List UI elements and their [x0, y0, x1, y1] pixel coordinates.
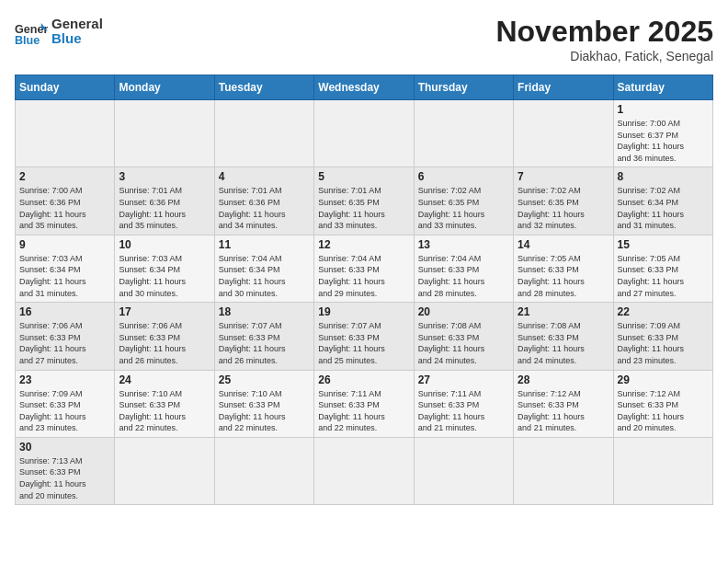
- day-number: 15: [618, 238, 709, 251]
- calendar-cell: 1Sunrise: 7:00 AM Sunset: 6:37 PM Daylig…: [613, 100, 712, 167]
- day-info: Sunrise: 7:08 AM Sunset: 6:33 PM Dayligh…: [418, 320, 509, 366]
- day-header-thursday: Thursday: [414, 75, 513, 100]
- day-info: Sunrise: 7:04 AM Sunset: 6:33 PM Dayligh…: [418, 253, 509, 299]
- day-info: Sunrise: 7:12 AM Sunset: 6:33 PM Dayligh…: [518, 388, 609, 434]
- day-info: Sunrise: 7:13 AM Sunset: 6:33 PM Dayligh…: [19, 455, 110, 501]
- day-header-friday: Friday: [514, 75, 613, 100]
- day-number: 29: [618, 373, 709, 386]
- day-number: 2: [19, 170, 110, 183]
- calendar-header: SundayMondayTuesdayWednesdayThursdayFrid…: [16, 75, 713, 100]
- calendar-week-3: 9Sunrise: 7:03 AM Sunset: 6:34 PM Daylig…: [16, 235, 713, 302]
- calendar-cell: 22Sunrise: 7:09 AM Sunset: 6:33 PM Dayli…: [613, 303, 712, 370]
- day-number: 22: [618, 305, 709, 318]
- day-header-tuesday: Tuesday: [214, 75, 313, 100]
- month-title: November 2025: [495, 15, 713, 49]
- day-number: 7: [518, 170, 609, 183]
- calendar-cell: [514, 437, 613, 504]
- day-info: Sunrise: 7:07 AM Sunset: 6:33 PM Dayligh…: [318, 320, 409, 366]
- day-number: 14: [518, 238, 609, 251]
- day-info: Sunrise: 7:00 AM Sunset: 6:37 PM Dayligh…: [618, 118, 709, 164]
- calendar-week-1: 1Sunrise: 7:00 AM Sunset: 6:37 PM Daylig…: [16, 100, 713, 167]
- day-number: 25: [219, 373, 310, 386]
- day-number: 16: [19, 305, 110, 318]
- calendar-cell: 19Sunrise: 7:07 AM Sunset: 6:33 PM Dayli…: [314, 303, 414, 370]
- calendar-cell: 11Sunrise: 7:04 AM Sunset: 6:34 PM Dayli…: [214, 235, 313, 302]
- page-header: General Blue General Blue November 2025 …: [15, 15, 713, 63]
- calendar-cell: 24Sunrise: 7:10 AM Sunset: 6:33 PM Dayli…: [115, 370, 214, 437]
- calendar-cell: 4Sunrise: 7:01 AM Sunset: 6:36 PM Daylig…: [214, 167, 313, 235]
- calendar-cell: 18Sunrise: 7:07 AM Sunset: 6:33 PM Dayli…: [214, 303, 313, 370]
- day-number: 24: [119, 373, 210, 386]
- day-info: Sunrise: 7:05 AM Sunset: 6:33 PM Dayligh…: [518, 253, 609, 299]
- calendar-cell: 23Sunrise: 7:09 AM Sunset: 6:33 PM Dayli…: [16, 370, 115, 437]
- day-info: Sunrise: 7:10 AM Sunset: 6:33 PM Dayligh…: [219, 388, 310, 434]
- day-number: 13: [418, 238, 509, 251]
- day-number: 20: [418, 305, 509, 318]
- calendar-table: SundayMondayTuesdayWednesdayThursdayFrid…: [15, 75, 713, 505]
- calendar-cell: 14Sunrise: 7:05 AM Sunset: 6:33 PM Dayli…: [514, 235, 613, 302]
- calendar-cell: 3Sunrise: 7:01 AM Sunset: 6:36 PM Daylig…: [115, 167, 214, 235]
- calendar-cell: 27Sunrise: 7:11 AM Sunset: 6:33 PM Dayli…: [414, 370, 513, 437]
- day-number: 19: [318, 305, 409, 318]
- day-number: 30: [19, 441, 110, 454]
- day-number: 12: [318, 238, 409, 251]
- day-number: 27: [418, 373, 509, 386]
- day-info: Sunrise: 7:07 AM Sunset: 6:33 PM Dayligh…: [219, 320, 310, 366]
- calendar-cell: [16, 100, 115, 167]
- day-number: 28: [518, 373, 609, 386]
- calendar-cell: [514, 100, 613, 167]
- day-number: 4: [219, 170, 310, 183]
- calendar-week-6: 30Sunrise: 7:13 AM Sunset: 6:33 PM Dayli…: [16, 437, 713, 504]
- day-info: Sunrise: 7:02 AM Sunset: 6:34 PM Dayligh…: [618, 185, 709, 231]
- day-number: 1: [618, 103, 709, 116]
- day-info: Sunrise: 7:03 AM Sunset: 6:34 PM Dayligh…: [119, 253, 210, 299]
- day-number: 21: [518, 305, 609, 318]
- day-number: 3: [119, 170, 210, 183]
- svg-text:Blue: Blue: [15, 34, 40, 47]
- day-info: Sunrise: 7:08 AM Sunset: 6:33 PM Dayligh…: [518, 320, 609, 366]
- day-header-monday: Monday: [115, 75, 214, 100]
- logo-blue-text: Blue: [51, 31, 103, 47]
- day-number: 8: [618, 170, 709, 183]
- day-info: Sunrise: 7:01 AM Sunset: 6:35 PM Dayligh…: [318, 185, 409, 231]
- day-number: 17: [119, 305, 210, 318]
- day-info: Sunrise: 7:00 AM Sunset: 6:36 PM Dayligh…: [19, 185, 110, 231]
- day-info: Sunrise: 7:04 AM Sunset: 6:34 PM Dayligh…: [219, 253, 310, 299]
- day-header-wednesday: Wednesday: [314, 75, 414, 100]
- day-info: Sunrise: 7:11 AM Sunset: 6:33 PM Dayligh…: [318, 388, 409, 434]
- calendar-cell: 5Sunrise: 7:01 AM Sunset: 6:35 PM Daylig…: [314, 167, 414, 235]
- calendar-cell: [314, 437, 414, 504]
- day-number: 10: [119, 238, 210, 251]
- day-info: Sunrise: 7:12 AM Sunset: 6:33 PM Dayligh…: [618, 388, 709, 434]
- calendar-cell: 29Sunrise: 7:12 AM Sunset: 6:33 PM Dayli…: [613, 370, 712, 437]
- calendar-cell: 8Sunrise: 7:02 AM Sunset: 6:34 PM Daylig…: [613, 167, 712, 235]
- title-block: November 2025 Diakhao, Fatick, Senegal: [495, 15, 713, 63]
- calendar-cell: 12Sunrise: 7:04 AM Sunset: 6:33 PM Dayli…: [314, 235, 414, 302]
- day-number: 6: [418, 170, 509, 183]
- day-info: Sunrise: 7:06 AM Sunset: 6:33 PM Dayligh…: [119, 320, 210, 366]
- calendar-cell: [613, 437, 712, 504]
- day-info: Sunrise: 7:09 AM Sunset: 6:33 PM Dayligh…: [19, 388, 110, 434]
- location: Diakhao, Fatick, Senegal: [495, 49, 713, 63]
- calendar-week-5: 23Sunrise: 7:09 AM Sunset: 6:33 PM Dayli…: [16, 370, 713, 437]
- calendar-cell: [115, 100, 214, 167]
- day-number: 5: [318, 170, 409, 183]
- calendar-cell: 25Sunrise: 7:10 AM Sunset: 6:33 PM Dayli…: [214, 370, 313, 437]
- day-number: 18: [219, 305, 310, 318]
- day-info: Sunrise: 7:02 AM Sunset: 6:35 PM Dayligh…: [518, 185, 609, 231]
- calendar-cell: [214, 437, 313, 504]
- day-info: Sunrise: 7:06 AM Sunset: 6:33 PM Dayligh…: [19, 320, 110, 366]
- day-info: Sunrise: 7:02 AM Sunset: 6:35 PM Dayligh…: [418, 185, 509, 231]
- logo-general-text: General: [51, 17, 103, 32]
- calendar-cell: [314, 100, 414, 167]
- logo-icon: General Blue: [15, 15, 48, 48]
- day-info: Sunrise: 7:05 AM Sunset: 6:33 PM Dayligh…: [618, 253, 709, 299]
- day-number: 26: [318, 373, 409, 386]
- calendar-cell: 6Sunrise: 7:02 AM Sunset: 6:35 PM Daylig…: [414, 167, 513, 235]
- calendar-cell: 9Sunrise: 7:03 AM Sunset: 6:34 PM Daylig…: [16, 235, 115, 302]
- calendar-cell: 16Sunrise: 7:06 AM Sunset: 6:33 PM Dayli…: [16, 303, 115, 370]
- calendar-cell: 28Sunrise: 7:12 AM Sunset: 6:33 PM Dayli…: [514, 370, 613, 437]
- calendar-cell: 10Sunrise: 7:03 AM Sunset: 6:34 PM Dayli…: [115, 235, 214, 302]
- calendar-week-2: 2Sunrise: 7:00 AM Sunset: 6:36 PM Daylig…: [16, 167, 713, 235]
- calendar-cell: 2Sunrise: 7:00 AM Sunset: 6:36 PM Daylig…: [16, 167, 115, 235]
